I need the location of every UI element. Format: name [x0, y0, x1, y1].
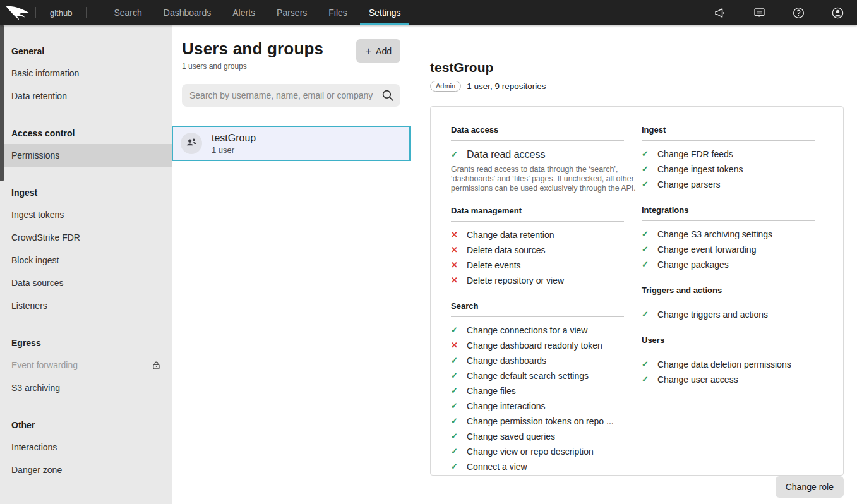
permission-category-title: Data management	[451, 206, 624, 222]
nav-tab-dashboards[interactable]: Dashboards	[153, 0, 222, 25]
sidebar-item-data-retention[interactable]: Data retention	[0, 85, 172, 107]
permission-label: Change parsers	[657, 177, 721, 192]
sidebar-section-title: Ingest	[0, 182, 172, 203]
sidebar-item-interactions[interactable]: Interactions	[0, 436, 172, 459]
permission-category-title: Data access	[451, 125, 624, 141]
help-icon[interactable]	[791, 6, 805, 20]
granted-check-icon: ✓	[642, 227, 650, 242]
granted-check-icon: ✓	[451, 459, 459, 474]
sidebar-item-block-ingest[interactable]: Block ingest	[0, 249, 172, 272]
permission-section-ingest: Ingest✓Change FDR feeds✓Change ingest to…	[642, 125, 815, 192]
permission-item-change-connections-for-a-view: ✓Change connections for a view	[451, 323, 624, 338]
list-item-testgroup[interactable]: testGroup1 user	[172, 126, 411, 161]
permission-item-change-default-search-settings: ✓Change default search settings	[451, 368, 624, 383]
permission-label: Change dashboard readonly token	[467, 338, 602, 353]
granted-check-icon: ✓	[642, 162, 650, 177]
sidebar-item-event-forwarding[interactable]: Event forwarding	[0, 354, 172, 376]
search-icon[interactable]	[381, 88, 395, 102]
denied-cross-icon: ✕	[451, 227, 459, 243]
sidebar-item-ingest-tokens[interactable]: Ingest tokens	[0, 203, 172, 226]
sidebar-item-data-sources[interactable]: Data sources	[0, 272, 172, 294]
sidebar-item-listeners[interactable]: Listeners	[0, 294, 172, 317]
sidebar-section-title: General	[0, 40, 172, 62]
permission-item-change-dashboards: ✓Change dashboards	[451, 353, 624, 368]
page-title: Users and groups	[182, 39, 323, 59]
change-role-button[interactable]: Change role	[776, 476, 844, 498]
sidebar-scrollbar[interactable]	[0, 25, 4, 181]
permission-label: Change user access	[657, 372, 738, 387]
sidebar-item-crowdstrike-fdr[interactable]: CrowdStrike FDR	[0, 226, 172, 249]
users-groups-list: testGroup1 user	[172, 126, 411, 161]
repository-name[interactable]: github	[36, 8, 86, 18]
granted-check-icon: ✓	[451, 147, 459, 163]
granted-check-icon: ✓	[451, 368, 459, 383]
add-user-group-button[interactable]: + Add	[356, 39, 400, 63]
sidebar-item-label: Block ingest	[11, 255, 59, 265]
search-bar	[182, 84, 400, 107]
sidebar-section-general: GeneralBasic informationData retention	[0, 40, 172, 107]
granted-check-icon: ✓	[451, 444, 459, 459]
sidebar-item-label: S3 archiving	[11, 383, 60, 393]
sidebar-item-label: Listeners	[11, 301, 47, 311]
sidebar-item-label: Data retention	[11, 91, 67, 101]
sidebar-item-label: Basic information	[11, 68, 79, 78]
permission-item-change-data-deletion-permissions: ✓Change data deletion permissions	[642, 357, 815, 372]
permission-item-data-read-access: ✓Data read access	[451, 147, 624, 163]
nav-tab-files[interactable]: Files	[318, 0, 358, 25]
permission-category-title: Ingest	[642, 125, 815, 141]
account-icon[interactable]	[830, 6, 844, 20]
permission-section-data-management: Data management✕Change data retention✕De…	[451, 206, 624, 288]
permission-label: Change FDR feeds	[657, 147, 733, 162]
denied-cross-icon: ✕	[451, 273, 459, 288]
permission-label: Change interactions	[467, 399, 546, 414]
permission-item-change-event-forwarding: ✓Change event forwarding	[642, 242, 815, 257]
permission-item-change-interactions: ✓Change interactions	[451, 399, 624, 414]
granted-check-icon: ✓	[642, 357, 650, 372]
permission-section-integrations: Integrations✓Change S3 archiving setting…	[642, 205, 815, 272]
users-groups-header: Users and groups 1 users and groups + Ad…	[172, 25, 411, 71]
permission-label: Change connections for a view	[467, 323, 587, 338]
sidebar-section-egress: EgressEvent forwardingS3 archiving	[0, 332, 172, 399]
search-input[interactable]	[182, 84, 400, 107]
permission-item-delete-data-sources: ✕Delete data sources	[451, 243, 624, 258]
nav-tab-parsers[interactable]: Parsers	[266, 0, 318, 25]
nav-tab-alerts[interactable]: Alerts	[222, 0, 266, 25]
crowdstrike-falcon-logo[interactable]	[0, 4, 35, 21]
denied-cross-icon: ✕	[451, 258, 459, 273]
sidebar-item-s3-archiving[interactable]: S3 archiving	[0, 376, 172, 399]
permission-category-title: Users	[642, 335, 815, 351]
sidebar-item-label: Event forwarding	[11, 360, 78, 370]
announcements-icon[interactable]	[713, 6, 727, 20]
feedback-icon[interactable]	[752, 6, 766, 20]
permission-label: Change ingest tokens	[657, 162, 743, 177]
sidebar-item-permissions[interactable]: Permissions	[0, 144, 172, 167]
sidebar-item-danger-zone[interactable]: Danger zone	[0, 459, 172, 481]
permission-section-data-access: Data access✓Data read accessGrants read …	[451, 125, 624, 193]
permission-category-title: Integrations	[642, 205, 815, 221]
denied-cross-icon: ✕	[451, 338, 459, 353]
topbar: github SearchDashboardsAlertsParsersFile…	[0, 0, 857, 25]
permission-label: Change triggers and actions	[657, 307, 768, 322]
sidebar-item-basic-information[interactable]: Basic information	[0, 62, 172, 85]
topbar-actions	[713, 6, 857, 20]
permission-label: Delete data sources	[467, 243, 546, 258]
sidebar-section-title: Access control	[0, 123, 172, 144]
permission-label: Change files	[467, 383, 516, 399]
main-layout: GeneralBasic informationData retentionAc…	[0, 25, 857, 504]
group-avatar-icon	[185, 136, 198, 151]
permission-label: Change data retention	[467, 227, 554, 243]
granted-check-icon: ✓	[642, 177, 650, 192]
permission-item-change-permission-tokens-on-repo: ✓Change permission tokens on repo ...	[451, 414, 624, 429]
granted-check-icon: ✓	[642, 372, 650, 387]
permission-label: Change S3 archiving settings	[657, 227, 772, 242]
nav-tab-search[interactable]: Search	[103, 0, 152, 25]
granted-check-icon: ✓	[451, 383, 459, 399]
users-groups-panel: Users and groups 1 users and groups + Ad…	[172, 25, 411, 504]
topbar-nav: SearchDashboardsAlertsParsersFilesSettin…	[103, 0, 411, 25]
permissions-column-left: Data access✓Data read accessGrants read …	[451, 125, 624, 474]
nav-tab-settings[interactable]: Settings	[358, 0, 412, 25]
permission-category-title: Search	[451, 301, 624, 317]
sidebar-item-label: Permissions	[11, 150, 59, 160]
granted-check-icon: ✓	[451, 429, 459, 444]
permission-label: Delete events	[467, 258, 521, 273]
